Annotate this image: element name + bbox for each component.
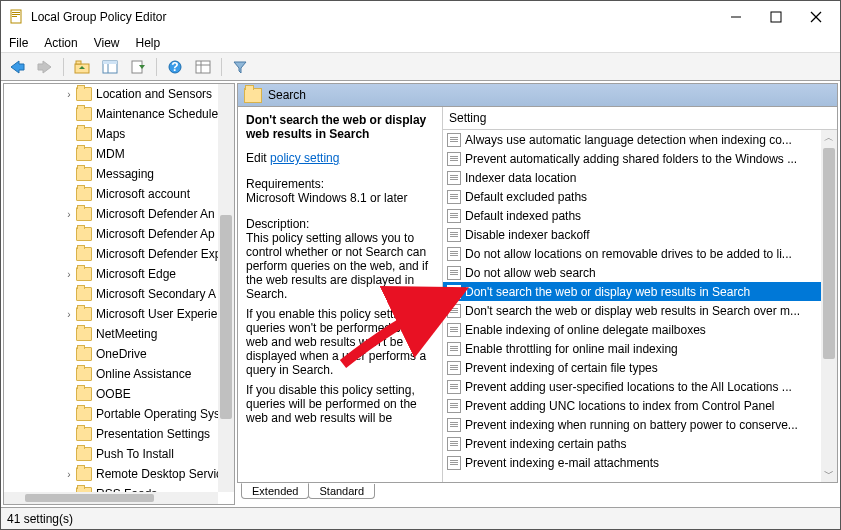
maximize-button[interactable]: [764, 5, 788, 29]
policy-icon: [447, 133, 461, 147]
menu-file[interactable]: File: [9, 36, 28, 50]
up-button[interactable]: [70, 56, 94, 78]
tab-standard[interactable]: Standard: [308, 484, 375, 499]
tree-node[interactable]: Maintenance Schedule: [4, 104, 234, 124]
list-item-label: Prevent indexing e-mail attachments: [465, 456, 659, 470]
tree-node-label: Remote Desktop Servic: [96, 467, 222, 481]
svg-rect-11: [76, 61, 81, 64]
list-item[interactable]: Prevent indexing of certain file types: [443, 358, 821, 377]
show-hide-button[interactable]: [98, 56, 122, 78]
expand-icon[interactable]: ›: [62, 309, 76, 320]
policy-icon: [447, 437, 461, 451]
right-pane: Search Don't search the web or display w…: [237, 83, 838, 505]
list-item[interactable]: Prevent indexing certain paths: [443, 434, 821, 453]
svg-marker-9: [38, 61, 51, 73]
list-scrollbar[interactable]: ︿ ﹀: [821, 130, 837, 482]
tree-node[interactable]: Microsoft account: [4, 184, 234, 204]
scroll-up-icon[interactable]: ︿: [821, 130, 837, 146]
folder-icon: [76, 347, 92, 361]
list-item[interactable]: Don't search the web or display web resu…: [443, 301, 821, 320]
tree-node[interactable]: OneDrive: [4, 344, 234, 364]
tree-node[interactable]: Online Assistance: [4, 364, 234, 384]
expand-icon[interactable]: ›: [62, 209, 76, 220]
help-button[interactable]: ?: [163, 56, 187, 78]
list-item-label: Prevent automatically adding shared fold…: [465, 152, 797, 166]
expand-icon[interactable]: ›: [62, 89, 76, 100]
folder-icon: [76, 227, 92, 241]
detail-pane: Don't search the web or display web resu…: [238, 107, 442, 482]
policy-icon: [447, 380, 461, 394]
tree-node[interactable]: Push To Install: [4, 444, 234, 464]
list-item[interactable]: Enable throttling for online mail indexi…: [443, 339, 821, 358]
expand-icon[interactable]: ›: [62, 469, 76, 480]
svg-text:?: ?: [171, 60, 178, 74]
svg-rect-3: [12, 16, 17, 17]
export-button[interactable]: [126, 56, 150, 78]
list-item-label: Indexer data location: [465, 171, 576, 185]
menu-help[interactable]: Help: [136, 36, 161, 50]
tree-node[interactable]: Microsoft Secondary A: [4, 284, 234, 304]
menu-action[interactable]: Action: [44, 36, 77, 50]
policy-icon: [447, 456, 461, 470]
list-item[interactable]: Do not allow locations on removable driv…: [443, 244, 821, 263]
tree-node[interactable]: Messaging: [4, 164, 234, 184]
tree-node[interactable]: ›Microsoft Edge: [4, 264, 234, 284]
policy-icon: [447, 342, 461, 356]
list-item[interactable]: Disable indexer backoff: [443, 225, 821, 244]
tree-node[interactable]: Maps: [4, 124, 234, 144]
tree-node-label: OOBE: [96, 387, 131, 401]
tree-node[interactable]: Presentation Settings: [4, 424, 234, 444]
tree-node[interactable]: ›Remote Desktop Servic: [4, 464, 234, 484]
list-item[interactable]: Prevent adding UNC locations to index fr…: [443, 396, 821, 415]
menu-view[interactable]: View: [94, 36, 120, 50]
list-pane: Setting Always use automatic language de…: [442, 107, 837, 482]
tree-node-label: Microsoft Defender An: [96, 207, 215, 221]
close-button[interactable]: [804, 5, 828, 29]
forward-button[interactable]: [33, 56, 57, 78]
tree-scrollbar-horizontal[interactable]: [4, 492, 218, 504]
list-item[interactable]: Default excluded paths: [443, 187, 821, 206]
filter-button[interactable]: [228, 56, 252, 78]
body: ›Location and SensorsMaintenance Schedul…: [1, 81, 840, 507]
back-button[interactable]: [5, 56, 29, 78]
tree-node[interactable]: OOBE: [4, 384, 234, 404]
tree-node[interactable]: ›Location and Sensors: [4, 84, 234, 104]
tree-node-label: Portable Operating Sys: [96, 407, 220, 421]
tree-scrollbar-vertical[interactable]: [218, 84, 234, 492]
policy-icon: [447, 361, 461, 375]
tree-node[interactable]: Microsoft Defender Exp: [4, 244, 234, 264]
list-item[interactable]: Default indexed paths: [443, 206, 821, 225]
tree-node[interactable]: MDM: [4, 144, 234, 164]
tree-node[interactable]: NetMeeting: [4, 324, 234, 344]
tree-node[interactable]: Microsoft Defender Ap: [4, 224, 234, 244]
list-item[interactable]: Don't search the web or display web resu…: [443, 282, 821, 301]
list-item[interactable]: Indexer data location: [443, 168, 821, 187]
tree-node[interactable]: ›Microsoft Defender An: [4, 204, 234, 224]
tree-node-label: Maintenance Schedule: [96, 107, 218, 121]
minimize-button[interactable]: [724, 5, 748, 29]
list-item-label: Do not allow web search: [465, 266, 596, 280]
policy-setting-link[interactable]: policy setting: [270, 151, 339, 165]
list-item[interactable]: Prevent adding user-specified locations …: [443, 377, 821, 396]
expand-icon[interactable]: ›: [62, 269, 76, 280]
list-item[interactable]: Prevent indexing e-mail attachments: [443, 453, 821, 472]
tree-node-label: Online Assistance: [96, 367, 191, 381]
tree-node[interactable]: ›Microsoft User Experien: [4, 304, 234, 324]
scroll-down-icon[interactable]: ﹀: [821, 466, 837, 482]
column-header-setting[interactable]: Setting: [442, 107, 837, 130]
list-item[interactable]: Prevent automatically adding shared fold…: [443, 149, 821, 168]
tree-node[interactable]: RSS Feeds: [4, 484, 234, 492]
list-item[interactable]: Prevent indexing when running on battery…: [443, 415, 821, 434]
list-item[interactable]: Do not allow web search: [443, 263, 821, 282]
svg-rect-1: [12, 12, 20, 13]
properties-button[interactable]: [191, 56, 215, 78]
list-item[interactable]: Enable indexing of online delegate mailb…: [443, 320, 821, 339]
settings-list: Always use automatic language detection …: [442, 130, 837, 482]
tab-extended[interactable]: Extended: [241, 483, 309, 499]
list-item[interactable]: Always use automatic language detection …: [443, 130, 821, 149]
folder-icon: [76, 167, 92, 181]
tree-node[interactable]: Portable Operating Sys: [4, 404, 234, 424]
list-item-label: Prevent adding UNC locations to index fr…: [465, 399, 775, 413]
folder-icon: [76, 147, 92, 161]
list-item-label: Prevent indexing when running on battery…: [465, 418, 798, 432]
